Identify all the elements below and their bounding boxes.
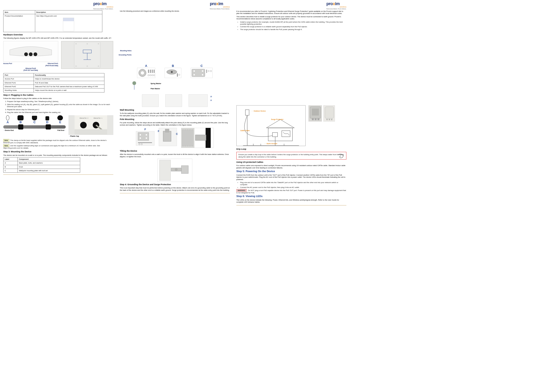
power-b2: Connect the AC power cord to the PoE inj… [240,186,346,188]
logo-part-left: pro [326,1,333,6]
page-footer-rule [120,193,230,193]
page-footer-rule [236,205,346,206]
logo-part-x: x [333,1,335,6]
dlbl-cat5e: Cat5e Cable [240,130,250,132]
t2r3b: Data and PoE OUT for the PoE camera that… [34,85,104,88]
t2-head-func: Functionality [34,73,104,77]
svg-rect-50 [165,129,169,133]
mt-h1: Label [3,157,18,161]
svg-rect-53 [185,130,186,146]
wallstep-img-1 [142,94,159,107]
uv-title: Using UV-protected Cables [236,161,346,164]
pole-mount-images: F F C [120,128,230,148]
drip-text: Ensure you create a drip loop in the cab… [238,154,344,158]
svg-rect-13 [75,115,107,129]
svg-point-35 [193,74,195,75]
dlbl-ground: Earth Ground [267,143,277,144]
svg-point-31 [179,74,180,75]
mounting-plate-image [191,68,212,78]
svg-point-5 [87,43,88,44]
wallstep-img-3 [189,94,208,107]
svg-point-16 [80,122,87,128]
drip-loop-box: Ensure you create a drip loop in the cab… [236,152,346,160]
t1-r1-desc: See https://my.proxim.com [35,14,102,32]
svg-point-43 [146,134,147,135]
svg-rect-75 [312,108,319,115]
mt-b: B [3,165,18,169]
mt-a: A [3,161,18,165]
col2-intro: Use the following procedure and images a… [120,10,230,12]
svg-point-45 [146,137,147,139]
svg-point-47 [139,143,140,145]
note-icon: Note [3,139,9,142]
device-ports-photo: Ethernet Port - 2 Ethernet Port - 1 [69,115,113,135]
svg-rect-78 [317,118,319,120]
device-rear-image [61,41,113,69]
partlbl-F: F [136,128,154,131]
svg-rect-58 [195,135,206,141]
hardware-overview-title: Hardware Overview [3,34,113,36]
gland-part-B: B [17,121,23,124]
svg-rect-77 [315,118,317,120]
logo-part-left: pro [93,1,100,6]
step3-text: The device can be mounted on a wall or o… [3,154,113,156]
svg-rect-30 [177,73,178,77]
step2-li3: Repeat the above step for Ethernet port … [7,108,113,111]
column-2: proxim wireless Performance Matters. Pro… [117,0,233,210]
power-warning: WARNING Do NOT plug a non-PoE-capable de… [236,189,346,194]
svg-point-9 [98,65,99,67]
t2r4a: Mounting Holes [3,88,34,92]
svg-point-62 [175,168,178,171]
svg-rect-41 [138,133,149,141]
page-footer-rule [3,174,113,175]
mt-c: C [3,169,18,173]
surge-diagram: ← Outdoor Device Surge Protector Cat5e C… [236,105,306,146]
step2-text: Follow the steps below to plug in the ca… [3,97,113,100]
power-bullets: Plug one end of a second CAT5e cable int… [236,181,346,188]
base-plate-image [137,68,155,78]
clamp-assembly-image [159,128,177,146]
knob-image [165,68,181,78]
svg-rect-32 [192,69,205,77]
label-eth1: Ethernet Port1 (PoE IN and Data) [45,63,58,66]
column-1: proxim wireless Performance Matters. Pro… [0,0,117,210]
step2-li2: Slide the sealing nut (A), clip (B), gla… [7,103,113,108]
wall-mount-text: To fix the wall/pole mounting plate (C) … [120,112,230,117]
logo-tagline: Performance Matters. Proxim Delivers. [210,8,230,10]
logo-subline: wireless [326,6,346,8]
led-text: The LEDs on the device indicate the foll… [236,199,346,203]
step3-title: Step 3: Mounting the Device [3,150,113,153]
svg-rect-81 [329,119,330,120]
svg-point-27 [153,75,155,76]
svg-point-4 [75,43,77,44]
svg-rect-82 [331,119,332,120]
svg-rect-22 [152,70,153,73]
surge-b1: Install a surge protector (for example, … [240,21,346,25]
cable-gland-figure: A B C D E →Device End PoE End← [3,115,113,137]
svg-point-40 [132,81,136,85]
svg-point-6 [98,43,99,44]
t2r3a: Ethernet Port2 [3,85,34,88]
svg-rect-21 [150,70,151,73]
t2-head-port: Port [3,73,34,77]
logo-part-right: im [219,1,223,6]
logo-header: proxim wireless Performance Matters. Pro… [236,2,346,9]
svg-point-34 [202,70,203,72]
svg-rect-80 [326,119,328,120]
logo-part-left: pro [210,1,216,6]
gland-part-E: E [57,121,63,124]
logo-tagline: Performance Matters. Proxim Delivers. [326,8,346,10]
t2r2b: PoE IN and Data [34,81,104,85]
svg-point-36 [202,74,203,75]
svg-rect-61 [181,166,188,173]
partlbl-C2: C [176,133,178,136]
t1-r1-item: Product Documentation [3,14,35,32]
ground-text: This is an important step that must be p… [120,187,230,191]
col3-intro1: It is recommended you refer to Proxim's … [236,10,346,15]
step2-li1: Prepare Gel-tape weatherproofing. See “W… [7,100,113,102]
svg-point-7 [75,65,77,67]
svg-point-33 [193,70,195,72]
label-poe-end: PoE End [58,129,64,131]
tilt-image [157,159,192,182]
svg-point-48 [141,143,142,145]
